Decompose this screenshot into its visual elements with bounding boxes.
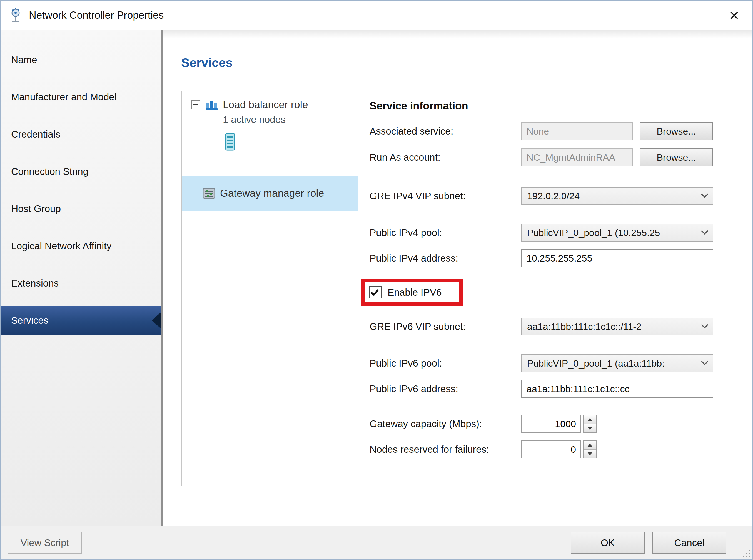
spinner-up-icon[interactable] (584, 416, 596, 423)
run-as-account-field (521, 148, 633, 166)
sidebar-item-manufacturer-and-model[interactable]: Manufacturer and Model (1, 83, 161, 111)
network-controller-properties-dialog: Network Controller Properties × Name Man… (0, 0, 753, 560)
services-panel: Load balancer role 1 active nodes (181, 91, 714, 486)
sidebar-item-credentials[interactable]: Credentials (1, 120, 161, 148)
sidebar-item-label: Logical Network Affinity (11, 240, 111, 252)
public-ipv4-address-input[interactable] (521, 249, 713, 267)
public-ipv4-pool-row: Public IPv4 pool: PublicVIP_0_pool_1 (10… (370, 224, 714, 241)
sidebar-item-label: Extensions (11, 278, 59, 289)
gre-ipv4-subnet-value: 192.0.2.0/24 (527, 191, 579, 201)
section-title: Service information (370, 100, 714, 112)
sidebar-item-label: Manufacturer and Model (11, 92, 117, 103)
resize-grip-icon[interactable] (741, 548, 751, 558)
load-balancer-label: Load balancer role (223, 99, 308, 111)
gre-ipv4-subnet-row: GRE IPv4 VIP subnet: 192.0.2.0/24 (370, 187, 714, 205)
spinner-up-icon[interactable] (584, 441, 596, 449)
nodes-reserved-input[interactable] (521, 440, 581, 458)
public-ipv6-address-row: Public IPv6 address: (370, 380, 714, 398)
gateway-capacity-input[interactable] (521, 415, 581, 433)
associated-service-field (521, 122, 633, 140)
red-annotation-highlight: Enable IPV6 (361, 279, 463, 306)
load-balancer-node[interactable]: Load balancer role (182, 99, 358, 111)
sidebar-item-label: Name (11, 54, 37, 65)
sidebar-item-extensions[interactable]: Extensions (1, 269, 161, 297)
sidebar-item-logical-network-affinity[interactable]: Logical Network Affinity (1, 232, 161, 260)
top-shadow-band (163, 30, 752, 38)
cancel-button[interactable]: Cancel (652, 532, 726, 554)
public-ipv4-pool-dropdown[interactable]: PublicVIP_0_pool_1 (10.255.25 (521, 224, 713, 241)
dialog-body: Name Manufacturer and Model Credentials … (1, 30, 752, 525)
gre-ipv6-subnet-row: GRE IPv6 VIP subnet: aa1a:11bb:111c:1c1c… (370, 318, 714, 336)
enable-ipv6-label: Enable IPV6 (388, 287, 442, 298)
gateway-capacity-spinner (583, 415, 596, 433)
gre-ipv6-subnet-label: GRE IPv6 VIP subnet: (370, 321, 521, 332)
dialog-footer: View Script OK Cancel (1, 525, 752, 559)
gre-ipv4-subnet-dropdown[interactable]: 192.0.2.0/24 (521, 187, 713, 205)
nodes-reserved-row: Nodes reserved for failures: (370, 440, 714, 458)
associated-service-row: Associated service: Browse... (370, 122, 714, 140)
sidebar: Name Manufacturer and Model Credentials … (1, 30, 163, 525)
enable-ipv6-row: Enable IPV6 (370, 279, 714, 306)
gateway-capacity-row: Gateway capacity (Mbps): (370, 415, 714, 433)
gateway-manager-label: Gateway manager role (220, 187, 324, 199)
enable-ipv6-checkbox[interactable] (369, 286, 382, 299)
chevron-down-icon (701, 191, 708, 198)
run-as-account-row: Run As account: Browse... (370, 148, 714, 166)
nodes-reserved-label: Nodes reserved for failures: (370, 444, 521, 455)
sidebar-item-label: Services (11, 315, 48, 326)
checkmark-icon (371, 288, 379, 296)
public-ipv6-address-label: Public IPv6 address: (370, 383, 521, 394)
sidebar-item-connection-string[interactable]: Connection String (1, 157, 161, 186)
public-ipv4-pool-value: PublicVIP_0_pool_1 (10.255.25 (527, 227, 660, 238)
gre-ipv6-subnet-value: aa1a:11bb:111c:1c1c::/11-2 (527, 321, 641, 332)
gateway-manager-icon (202, 187, 216, 200)
chevron-down-icon (701, 322, 708, 328)
public-ipv4-address-row: Public IPv4 address: (370, 249, 714, 267)
associated-service-label: Associated service: (370, 126, 521, 137)
titlebar: Network Controller Properties × (1, 1, 752, 30)
main-content: Services Load (163, 30, 752, 525)
service-information-form: Service information Associated service: … (359, 91, 714, 486)
page-title: Services (181, 56, 733, 70)
public-ipv6-pool-dropdown[interactable]: PublicVIP_0_pool_1 (aa1a:11bb: (521, 354, 713, 372)
gre-ipv4-subnet-label: GRE IPv4 VIP subnet: (370, 191, 521, 201)
sidebar-item-services[interactable]: Services (1, 306, 161, 335)
chevron-down-icon (701, 227, 708, 235)
gateway-manager-node[interactable]: Gateway manager role (182, 176, 358, 211)
spinner-down-icon[interactable] (584, 423, 596, 432)
active-node-server-icon[interactable] (224, 133, 236, 151)
roles-tree: Load balancer role 1 active nodes (182, 91, 359, 486)
load-balancer-active-nodes: 1 active nodes (223, 114, 358, 125)
collapse-expander-icon[interactable] (191, 100, 200, 109)
sidebar-item-host-group[interactable]: Host Group (1, 195, 161, 223)
close-icon[interactable]: × (727, 7, 741, 24)
chevron-down-icon (701, 358, 708, 365)
public-ipv4-pool-label: Public IPv4 pool: (370, 227, 521, 238)
spinner-down-icon[interactable] (584, 449, 596, 458)
public-ipv6-pool-value: PublicVIP_0_pool_1 (aa1a:11bb: (527, 358, 665, 369)
run-as-browse-button[interactable]: Browse... (640, 148, 713, 166)
network-controller-icon (8, 7, 23, 23)
run-as-account-label: Run As account: (370, 152, 521, 163)
gateway-capacity-label: Gateway capacity (Mbps): (370, 418, 521, 429)
sidebar-item-label: Credentials (11, 129, 60, 140)
nodes-reserved-spinner (583, 440, 596, 458)
public-ipv4-address-label: Public IPv4 address: (370, 253, 521, 264)
sidebar-item-name[interactable]: Name (1, 45, 161, 74)
public-ipv6-pool-row: Public IPv6 pool: PublicVIP_0_pool_1 (aa… (370, 354, 714, 372)
associated-service-browse-button[interactable]: Browse... (640, 122, 713, 140)
public-ipv6-address-input[interactable] (521, 380, 713, 398)
public-ipv6-pool-label: Public IPv6 pool: (370, 358, 521, 369)
sidebar-item-label: Host Group (11, 203, 61, 214)
gre-ipv6-subnet-dropdown[interactable]: aa1a:11bb:111c:1c1c::/11-2 (521, 318, 713, 336)
view-script-button[interactable]: View Script (8, 532, 82, 554)
load-balancer-icon (205, 99, 218, 111)
sidebar-item-label: Connection String (11, 166, 88, 177)
ok-button[interactable]: OK (571, 532, 645, 554)
window-title: Network Controller Properties (29, 9, 164, 21)
